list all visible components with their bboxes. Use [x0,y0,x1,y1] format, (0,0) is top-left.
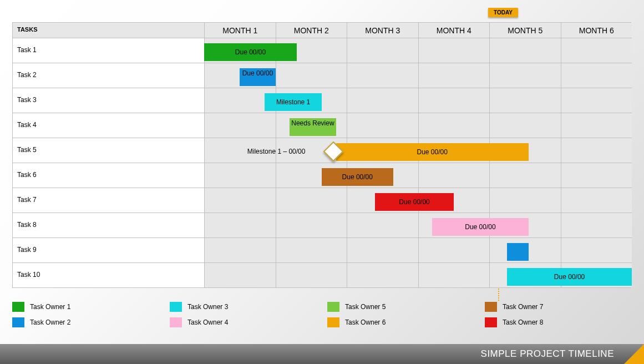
grid-cell [276,113,347,138]
legend-swatch [12,302,24,312]
grid-cell [489,213,561,237]
legend-item: Task Owner 2 [12,317,159,327]
task-label: Task 6 [13,163,204,188]
grid-cell [276,262,347,287]
grid-cell [561,63,632,88]
grid-cell [204,113,276,138]
grid-cell [418,188,490,213]
grid-cell [418,237,490,262]
grid-cell [204,188,276,213]
task-label: Task 3 [13,88,204,113]
grid-cell [489,138,561,163]
legend-label: Task Owner 6 [345,318,386,326]
grid-cell [276,213,347,237]
grid-cell [418,138,490,163]
header-month-3: MONTH 3 [347,23,418,38]
grid-cell [276,38,347,63]
grid-cell [276,138,347,163]
legend-swatch [327,317,339,327]
grid-cell [204,213,276,237]
header-month-5: MONTH 5 [489,23,561,38]
grid-cell [418,163,490,188]
grid-cell [489,88,561,113]
task-label: Task 7 [13,188,204,213]
legend-label: Task Owner 8 [503,318,543,326]
grid-cell [561,237,632,262]
grid-cell [204,262,276,287]
grid-cell [561,113,632,138]
grid-cell [418,38,490,63]
legend-item: Task Owner 3 [170,302,316,312]
grid-cell [561,262,632,287]
task-label: Task 9 [13,237,204,262]
legend-item: Task Owner 1 [12,302,159,312]
grid-cell [276,88,347,113]
grid-cell [204,63,276,88]
grid-cell [276,237,347,262]
legend-label: Task Owner 7 [503,303,543,311]
header-month-1: MONTH 1 [204,23,276,38]
task-label: Task 4 [13,113,204,138]
task-label: Task 5 [13,138,204,163]
grid-cell [489,38,561,63]
grid-cell [204,138,276,163]
header-month-2: MONTH 2 [276,23,347,38]
task-label: Task 10 [13,262,204,287]
today-tag: TODAY [488,8,518,17]
grid-cell [276,163,347,188]
legend-swatch [12,317,24,327]
grid-cell [347,262,418,287]
grid-cell [347,63,418,88]
grid-cell [418,213,490,237]
grid-cell [204,38,276,63]
grid-cell [276,63,347,88]
legend-label: Task Owner 5 [345,303,386,311]
legend-swatch [485,302,497,312]
grid-cell [489,63,561,88]
grid-cell [347,88,418,113]
timeline-stage: TODAY TASKS MONTH 1 MONTH 2 MONTH 3 MONT… [12,10,631,288]
footer-bar: SIMPLE PROJECT TIMELINE [0,344,644,364]
grid-cell [489,237,561,262]
grid-cell [204,163,276,188]
legend-label: Task Owner 2 [30,318,70,326]
grid-cell [418,262,490,287]
legend-item: Task Owner 4 [170,317,316,327]
grid-cell [347,138,418,163]
legend-swatch [170,302,182,312]
legend-item: Task Owner 7 [485,302,631,312]
grid-cell [347,38,418,63]
grid-cell [561,163,632,188]
legend-swatch [170,317,182,327]
task-label: Task 2 [13,63,204,88]
grid-cell [347,188,418,213]
footer-accent-icon [624,344,644,364]
grid-cell [204,237,276,262]
grid-cell [489,188,561,213]
grid-cell [418,63,490,88]
grid-cell [276,188,347,213]
header-month-6: MONTH 6 [561,23,632,38]
header-tasks: TASKS [13,23,204,38]
task-label: Task 8 [13,213,204,237]
grid-cell [347,237,418,262]
legend-item: Task Owner 5 [327,302,474,312]
grid-cell [204,88,276,113]
legend-label: Task Owner 1 [30,303,70,311]
legend-item: Task Owner 6 [327,317,474,327]
grid-cell [561,38,632,63]
legend-item: Task Owner 8 [485,317,631,327]
grid-cell [561,188,632,213]
legend: Task Owner 1Task Owner 3Task Owner 5Task… [12,302,631,327]
grid-cell [347,213,418,237]
grid-cell [347,113,418,138]
grid-cell [347,163,418,188]
grid-cell [489,163,561,188]
grid-cell [561,138,632,163]
task-label: Task 1 [13,38,204,63]
legend-label: Task Owner 4 [187,318,228,326]
grid-cell [489,113,561,138]
header-month-4: MONTH 4 [418,23,490,38]
legend-swatch [327,302,339,312]
legend-swatch [485,317,497,327]
